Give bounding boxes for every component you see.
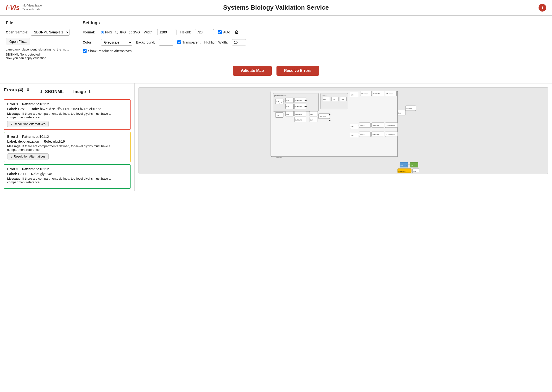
image-header-inline: Image ⬇ <box>73 89 91 94</box>
svg-text:gene expression: gene expression <box>274 95 286 97</box>
error-1-top: Error 1 Pattern: pd10112 <box>7 102 127 106</box>
svg-text:CaM/CaMKII: CaM/CaMKII <box>295 113 302 115</box>
logo-text: Info Visualization Research Lab <box>22 4 43 11</box>
svg-point-43 <box>329 114 331 115</box>
format-jpg-radio[interactable] <box>115 31 118 34</box>
height-label: Height: <box>180 30 191 34</box>
svg-text:CaV1: CaV1 <box>310 119 313 121</box>
resolve-errors-button[interactable]: Resolve Errors <box>276 66 319 76</box>
svg-text:CaMKII: CaMKII <box>276 115 280 116</box>
logo-area: i-Vis Info Visualization Research Lab <box>6 4 43 12</box>
error-3-message: Message: If there are compartments defin… <box>7 177 127 184</box>
svg-text:CaM: CaM <box>398 112 401 114</box>
svg-point-42 <box>305 105 307 107</box>
open-file-button[interactable]: Open File... <box>6 38 30 45</box>
svg-text:CaM: CaM <box>411 164 413 166</box>
errors-download-icon[interactable]: ⬇ <box>26 87 30 93</box>
file-section: File Open Sample: SBGNML Sample 1 SBGNML… <box>6 21 73 60</box>
status-line2: Now you can apply validation. <box>6 56 73 60</box>
map-svg: gene expression CaM CaM CaM CaM/CaMKII C… <box>139 88 548 174</box>
svg-text:CaM/sCaMKII: CaM/sCaMKII <box>372 134 380 135</box>
svg-text:CaM: CaM <box>351 94 353 96</box>
svg-point-41 <box>305 99 307 101</box>
format-svg[interactable]: SVG <box>129 30 140 34</box>
sample-select[interactable]: SBGNML Sample 1 SBGNML Sample 2 SBGNML S… <box>31 29 69 35</box>
resolution-btn-2[interactable]: ∨ Resolution Alternatives <box>7 154 48 160</box>
main-content: File Open Sample: SBGNML Sample 1 SBGNML… <box>0 16 552 84</box>
resolution-arrow-1: ∨ <box>10 122 13 126</box>
error-1-role-key: Role: <box>31 107 39 111</box>
svg-text:CaM complex: CaM complex <box>361 93 369 95</box>
error-3-label-val: Ca++ <box>18 172 26 176</box>
error-3-pattern: Pattern: pd10112 <box>22 167 49 171</box>
svg-text:sCaMKII: sCaMKII <box>360 125 365 126</box>
resolution-arrow-2: ∨ <box>10 155 13 158</box>
height-input[interactable] <box>195 29 214 35</box>
show-resolution-row: Show Resolution Alternatives <box>83 49 546 53</box>
svg-text:CaM: CaM <box>323 99 326 100</box>
errors-header: Errors (4) ⬇ <box>4 87 30 93</box>
top-panels: File Open Sample: SBGNML Sample 1 SBGNML… <box>6 21 546 60</box>
format-svg-radio[interactable] <box>129 31 132 34</box>
action-buttons: Validate Map Resolve Errors <box>6 60 546 78</box>
error-2-num: Error 2 <box>7 135 18 139</box>
svg-text:CaM: CaM <box>286 113 289 115</box>
logo-ivis: i-Vis <box>6 4 20 12</box>
auto-checkbox-label[interactable]: Auto <box>218 30 230 34</box>
error-2-top: Error 2 Pattern: pd10112 <box>7 135 127 139</box>
settings-section: Settings Format: PNG JPG SVG Width: <box>83 21 546 60</box>
sbgnml-download-icon[interactable]: ⬇ <box>39 89 43 94</box>
transparent-label: Transparent <box>182 40 200 44</box>
sbgnml-header: ⬇ SBGNML <box>39 89 64 94</box>
resolution-btn-1[interactable]: ∨ Resolution Alternatives <box>7 121 48 127</box>
show-resolution-checkbox[interactable] <box>83 49 87 53</box>
open-sample-row: Open Sample: SBGNML Sample 1 SBGNML Samp… <box>6 29 73 35</box>
svg-text:CaM: CaM <box>310 113 313 115</box>
background-swatch[interactable] <box>159 39 173 46</box>
sbgnml-label: SBGNML <box>45 89 64 94</box>
error-2-label-key: Label: <box>7 140 17 143</box>
svg-text:Ca-dep complex: Ca-dep complex <box>386 125 395 126</box>
svg-text:CaM: CaM <box>332 99 335 100</box>
svg-text:CaV1: CaV1 <box>413 170 416 172</box>
highlight-width-input[interactable] <box>232 39 246 45</box>
bottom-panels: Errors (4) ⬇ ⬇ SBGNML Image ⬇ Error 1 Pa… <box>0 84 552 191</box>
format-png[interactable]: PNG <box>101 30 112 34</box>
format-row: Format: PNG JPG SVG Width: Height: <box>83 29 546 35</box>
auto-checkbox[interactable] <box>218 30 222 34</box>
highlight-width-label: Highlight Width: <box>204 40 228 44</box>
error-1-label-row: Label: Cav1 Role: b6769d7e-7ff6-11a0-262… <box>7 107 127 111</box>
error-1-num: Error 1 <box>7 102 18 106</box>
error-3-num: Error 3 <box>7 167 18 171</box>
header: i-Vis Info Visualization Research Lab Sy… <box>0 0 552 16</box>
width-label: Width: <box>144 30 153 34</box>
settings-section-title: Settings <box>83 21 546 26</box>
image-download-icon[interactable]: ⬇ <box>88 89 91 94</box>
image-label: Image <box>73 89 86 94</box>
resolution-label-1: Resolution Alternatives <box>14 122 45 126</box>
error-3-role-key: Role: <box>31 172 39 176</box>
show-resolution-text: Show Resolution Alternatives <box>88 49 131 53</box>
transparent-checkbox[interactable] <box>177 40 181 44</box>
errors-panel: Errors (4) ⬇ ⬇ SBGNML Image ⬇ Error 1 Pa… <box>0 84 135 191</box>
format-png-radio[interactable] <box>101 31 104 34</box>
error-2-label-row: Label: depolarization Role: glyph19 <box>7 140 127 143</box>
format-radio-group: PNG JPG SVG <box>101 30 140 34</box>
error-card-1: Error 1 Pattern: pd10112 Label: Cav1 Rol… <box>4 99 131 130</box>
format-label: Format: <box>83 30 97 34</box>
validate-map-button[interactable]: Validate Map <box>233 66 272 76</box>
transparent-checkbox-label[interactable]: Transparent <box>177 40 200 44</box>
width-input[interactable] <box>157 29 176 35</box>
format-jpg[interactable]: JPG <box>115 30 126 34</box>
error-1-role-val: b6769d7e-7ff6-11a0-2620-b71d9cf91ded <box>40 107 101 111</box>
svg-text:Ca-dep complex: Ca-dep complex <box>386 134 395 135</box>
show-resolution-label[interactable]: Show Resolution Alternatives <box>83 49 131 53</box>
color-label: Color: <box>83 40 97 44</box>
image-panel: gene expression CaM CaM CaM CaM/CaMKII C… <box>135 84 552 191</box>
color-select[interactable]: Greyscale Color Black & White <box>101 39 132 46</box>
background-label: Background: <box>136 40 155 44</box>
resolution-label-2: Resolution Alternatives <box>14 155 45 158</box>
svg-text:hSCaMKII: hSCaMKII <box>406 108 412 109</box>
gear-button[interactable]: ⚙ <box>234 29 239 35</box>
info-icon[interactable]: i <box>538 4 546 12</box>
